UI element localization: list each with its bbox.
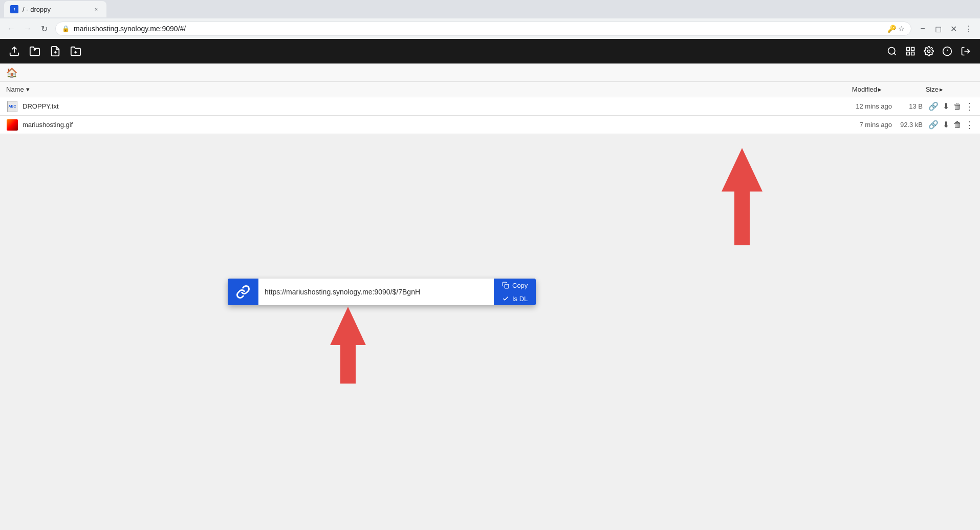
close-window-button[interactable]: ✕: [946, 22, 961, 36]
delete-icon[interactable]: 🗑: [952, 119, 963, 131]
more-options-button[interactable]: ⋮: [962, 22, 976, 36]
file-manager: 🏠 Name ▾ Modified ▸ Size ▸ ABC DROPPY.tx…: [0, 63, 980, 530]
more-options-icon[interactable]: ⋮: [965, 101, 974, 112]
svg-rect-11: [907, 52, 910, 55]
file-size: 13 B: [892, 102, 923, 110]
file-name: DROPPY.txt: [23, 102, 790, 110]
breadcrumb-bar: 🏠: [0, 63, 980, 82]
column-modified[interactable]: Modified ▸: [779, 86, 882, 93]
address-icons: 🔑 ☆: [887, 25, 905, 33]
svg-rect-12: [911, 52, 914, 55]
reload-button[interactable]: ↻: [37, 22, 51, 36]
is-dl-button[interactable]: Is DL: [494, 292, 536, 305]
address-text: mariushosting.synology.me:9090/#/: [74, 25, 883, 33]
file-list-header: Name ▾ Modified ▸ Size ▸: [0, 82, 980, 97]
tab-bar: / / - droppy ×: [0, 0, 980, 18]
share-link-icon[interactable]: 🔗: [927, 100, 940, 112]
file-size: 92.3 kB: [892, 121, 923, 129]
app-toolbar: [0, 39, 980, 63]
arrow-bottom-center: [320, 304, 376, 388]
browser-controls: ← → ↻ 🔒 mariushosting.synology.me:9090/#…: [0, 18, 980, 39]
share-popup: Copy Is DL: [228, 279, 536, 305]
bookmark-icon[interactable]: ☆: [898, 25, 905, 33]
settings-button[interactable]: [921, 43, 937, 59]
svg-rect-10: [911, 48, 914, 51]
svg-rect-9: [907, 48, 910, 51]
upload-folder-button[interactable]: [27, 43, 43, 59]
tab-favicon: /: [10, 5, 18, 13]
new-file-button[interactable]: [47, 43, 63, 59]
secure-icon: 🔒: [62, 25, 70, 32]
file-icon-gif: [6, 119, 18, 131]
file-modified: 7 mins ago: [790, 121, 892, 129]
browser-end-icons: − ◻ ✕ ⋮: [916, 22, 976, 36]
svg-marker-19: [330, 307, 366, 384]
tab-title: / - droppy: [23, 6, 88, 13]
share-url-input[interactable]: [258, 279, 494, 305]
logout-button[interactable]: [957, 43, 974, 59]
home-icon[interactable]: 🏠: [6, 67, 17, 78]
share-link-icon[interactable]: 🔗: [927, 119, 940, 131]
browser-tab[interactable]: / / - droppy ×: [4, 1, 106, 17]
table-row[interactable]: ABC DROPPY.txt 12 mins ago 13 B 🔗 ⬇ 🗑 ⋮: [0, 97, 980, 116]
column-size[interactable]: Size ▸: [882, 86, 943, 93]
minimize-window-button[interactable]: −: [916, 22, 930, 36]
upload-file-button[interactable]: [6, 43, 23, 59]
share-popup-link-icon: [228, 279, 258, 305]
address-bar[interactable]: 🔒 mariushosting.synology.me:9090/#/ 🔑 ☆: [55, 22, 911, 36]
info-button[interactable]: [939, 43, 955, 59]
arrow-top-right: [711, 145, 773, 250]
tab-close-button[interactable]: ×: [92, 5, 100, 13]
toolbar-right: [884, 43, 974, 59]
search-button[interactable]: [884, 43, 900, 59]
file-name: mariushosting.gif: [23, 121, 790, 129]
svg-rect-18: [505, 284, 509, 288]
more-options-icon[interactable]: ⋮: [965, 119, 974, 131]
forward-button[interactable]: →: [20, 22, 35, 36]
copy-button[interactable]: Copy: [494, 279, 536, 292]
download-icon[interactable]: ⬇: [942, 100, 950, 112]
share-popup-actions: Copy Is DL: [494, 279, 536, 305]
file-actions: 🔗 ⬇ 🗑 ⋮: [923, 119, 974, 131]
svg-line-8: [894, 53, 896, 55]
view-button[interactable]: [902, 43, 919, 59]
back-button[interactable]: ←: [4, 22, 18, 36]
delete-icon[interactable]: 🗑: [952, 101, 963, 112]
key-icon: 🔑: [887, 25, 896, 33]
svg-point-13: [928, 50, 930, 53]
file-icon-txt: ABC: [6, 100, 18, 113]
column-name[interactable]: Name ▾: [6, 86, 779, 93]
svg-marker-20: [722, 148, 763, 245]
new-folder-button[interactable]: [68, 43, 84, 59]
file-modified: 12 mins ago: [790, 102, 892, 110]
table-row[interactable]: mariushosting.gif 7 mins ago 92.3 kB 🔗 ⬇…: [0, 116, 980, 134]
file-actions: 🔗 ⬇ 🗑 ⋮: [923, 100, 974, 112]
download-icon[interactable]: ⬇: [942, 119, 950, 131]
restore-window-button[interactable]: ◻: [931, 22, 945, 36]
svg-point-7: [888, 48, 895, 54]
